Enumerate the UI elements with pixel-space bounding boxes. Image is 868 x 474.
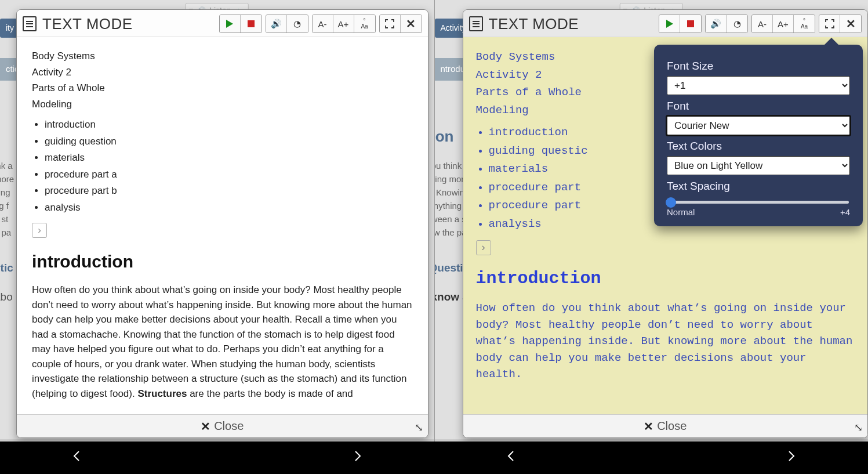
dialog-footer: ✕ Close ⤡ (17, 414, 428, 437)
font-size-select[interactable]: +1 (667, 76, 850, 95)
fullscreen-button[interactable] (380, 15, 401, 32)
font-increase-button[interactable]: A+ (333, 15, 354, 32)
expand-chevron-button[interactable]: › (476, 240, 491, 255)
speed-button[interactable]: ◔ (727, 15, 747, 32)
close-button[interactable]: Close (214, 419, 244, 433)
meta-line: Body Systems (32, 49, 413, 64)
body-paragraph: How often do you think about what’s goin… (476, 300, 855, 383)
x-close-button[interactable]: ✕ (840, 15, 861, 32)
toc-item[interactable]: introduction (45, 117, 413, 132)
toc-item[interactable]: procedure part b (45, 183, 413, 198)
dialog-header: TEXT MODE 🔊 ◔ A- A+ °Aa (17, 10, 428, 37)
play-button[interactable] (659, 15, 680, 32)
dialog-header: TEXT MODE 🔊 ◔ A- A+ °Aa (463, 10, 868, 37)
font-size-label: Font Size (667, 60, 850, 73)
text-mode-dialog: TEXT MODE 🔊 ◔ A- A+ °Aa (16, 9, 428, 438)
font-increase-button[interactable]: A+ (773, 15, 794, 32)
close-icon[interactable]: ✕ (201, 419, 210, 433)
x-close-button[interactable]: ✕ (401, 15, 422, 32)
speed-button[interactable]: ◔ (287, 15, 308, 32)
body-paragraph: How often do you think about what’s goin… (32, 283, 413, 401)
slider-thumb[interactable] (666, 197, 676, 208)
stop-button[interactable] (241, 15, 262, 32)
toc-item[interactable]: analysis (45, 200, 413, 215)
document-icon (23, 16, 37, 31)
section-heading: introduction (32, 248, 413, 274)
volume-button[interactable]: 🔊 (706, 15, 727, 32)
text-spacing-slider[interactable] (668, 201, 849, 204)
font-label: Font (667, 100, 850, 113)
close-icon[interactable]: ✕ (644, 419, 653, 433)
toc-list: introduction guiding question materials … (45, 117, 413, 215)
expand-chevron-button[interactable]: › (32, 223, 47, 238)
prev-page-button[interactable] (504, 448, 518, 467)
section-heading: introduction (476, 266, 855, 292)
toc-item[interactable]: guiding question (45, 134, 413, 149)
play-button[interactable] (220, 15, 241, 32)
dialog-title: TEXT MODE (23, 15, 133, 33)
font-select[interactable]: Courier New (667, 116, 850, 135)
resize-handle-icon[interactable]: ⤡ (854, 421, 863, 434)
close-button[interactable]: Close (657, 419, 687, 433)
font-decrease-button[interactable]: A- (313, 15, 333, 32)
stop-button[interactable] (680, 15, 701, 32)
font-decrease-button[interactable]: A- (752, 15, 773, 32)
dialog-toolbar: 🔊 ◔ A- A+ °Aa ✕ (659, 15, 862, 33)
next-page-button[interactable] (351, 448, 365, 467)
bg-side-link: stic (0, 260, 13, 277)
prev-page-button[interactable] (70, 448, 83, 467)
toc-item[interactable]: materials (45, 150, 413, 165)
text-settings-button[interactable]: °Aa (354, 15, 375, 32)
document-icon (469, 16, 483, 31)
fullscreen-button[interactable] (819, 15, 840, 32)
slider-max-label: +4 (840, 207, 850, 217)
text-settings-popover: Font Size +1 Font Courier New Text Color… (654, 45, 863, 226)
text-colors-select[interactable]: Blue on Light Yellow (667, 156, 850, 175)
dialog-content: Body Systems Activity 2 Parts of a Whole… (17, 37, 428, 414)
resize-handle-icon[interactable]: ⤡ (415, 421, 423, 434)
dialog-footer: ✕ Close ⤡ (463, 414, 868, 437)
dialog-toolbar: 🔊 ◔ A- A+ °Aa ✕ (219, 15, 422, 33)
volume-button[interactable]: 🔊 (266, 15, 287, 32)
slider-min-label: Normal (667, 207, 695, 217)
text-mode-dialog: TEXT MODE 🔊 ◔ A- A+ °Aa (463, 9, 869, 438)
bottom-nav-bar (0, 442, 868, 474)
toc-item[interactable]: procedure part a (45, 167, 413, 182)
next-page-button[interactable] (785, 448, 798, 467)
text-settings-button[interactable]: °Aa (794, 15, 815, 32)
text-spacing-label: Text Spacing (667, 180, 850, 193)
text-colors-label: Text Colors (667, 140, 850, 153)
dialog-title: TEXT MODE (469, 15, 579, 33)
